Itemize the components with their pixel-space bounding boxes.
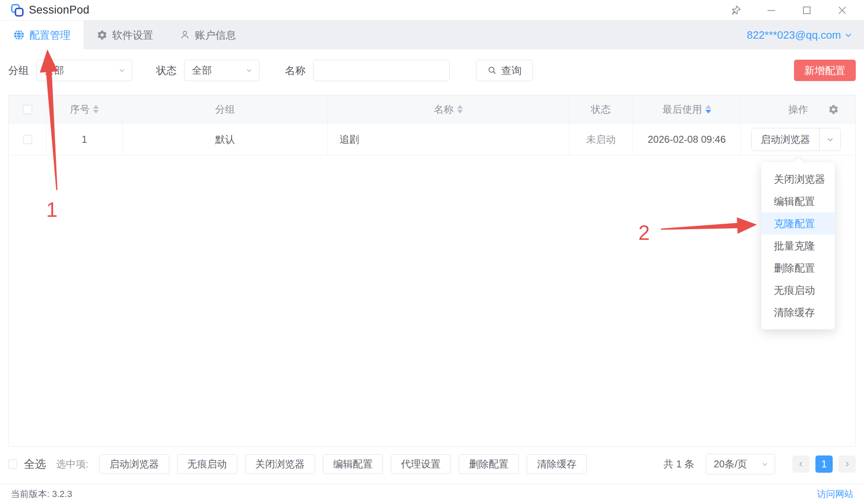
person-icon: [180, 30, 190, 40]
maximize-icon[interactable]: [801, 4, 813, 16]
tab-bar: 配置管理 软件设置 账户信息 822***023@qq.com: [0, 21, 864, 49]
total-count-label: 共 1 条: [663, 458, 694, 471]
title-bar: SessionPod: [0, 0, 864, 21]
tab-account-info[interactable]: 账户信息: [166, 21, 249, 49]
close-icon[interactable]: [836, 4, 848, 16]
column-header-index[interactable]: 序号: [47, 95, 123, 123]
app-title: SessionPod: [29, 4, 89, 16]
menu-item-batch-clone[interactable]: 批量克隆: [761, 235, 835, 257]
main-content: 分组 全部 状态 全部 名称 查询 新增配置 序号: [0, 50, 864, 484]
row-action-menu: 关闭浏览器 编辑配置 克隆配置 批量克隆 删除配置 无痕启动 清除缓存: [761, 162, 835, 330]
row-group: 默认: [123, 123, 328, 155]
row-action-dropdown-toggle[interactable]: [819, 128, 841, 151]
status-bar: 当前版本: 3.2.3 访问网站: [0, 484, 864, 504]
group-filter-value: 全部: [44, 64, 64, 77]
bulk-proxy-settings-button[interactable]: 代理设置: [391, 454, 451, 474]
search-icon: [487, 65, 497, 75]
minimize-icon[interactable]: [765, 4, 778, 16]
sort-icon-active-desc: [705, 105, 711, 114]
chevron-down-icon: [761, 460, 769, 468]
select-all-checkbox[interactable]: [8, 460, 17, 469]
launch-browser-button[interactable]: 启动浏览器: [752, 128, 819, 151]
name-filter-input[interactable]: [313, 60, 450, 81]
next-page-button[interactable]: [838, 455, 856, 473]
add-config-label: 新增配置: [804, 64, 845, 77]
status-filter-value: 全部: [192, 64, 212, 77]
bulk-edit-config-button[interactable]: 编辑配置: [323, 454, 383, 474]
column-header-status: 状态: [569, 95, 633, 123]
table-row: 1 默认 追剧 未启动 2026-02-08 09:46 启动浏览器: [9, 123, 855, 156]
filter-row: 分组 全部 状态 全部 名称 查询 新增配置: [8, 60, 856, 81]
row-name: 追剧: [328, 123, 569, 155]
column-header-last-used[interactable]: 最后使用: [633, 95, 741, 123]
chevron-down-icon: [843, 30, 853, 40]
globe-icon: [13, 29, 25, 41]
menu-item-clone-config[interactable]: 克隆配置: [761, 212, 835, 235]
name-filter-label: 名称: [285, 64, 306, 77]
row-last-used: 2026-02-08 09:46: [633, 123, 741, 155]
menu-item-edit-config[interactable]: 编辑配置: [761, 190, 835, 212]
tab-label: 账户信息: [195, 28, 236, 42]
add-config-button[interactable]: 新增配置: [794, 60, 856, 81]
pagination: 共 1 条 20条/页 1: [663, 454, 856, 474]
group-filter-select[interactable]: 全部: [36, 60, 132, 81]
page-size-value: 20条/页: [714, 458, 747, 471]
sort-icon: [93, 105, 99, 114]
bulk-delete-config-button[interactable]: 删除配置: [459, 454, 519, 474]
page-size-select[interactable]: 20条/页: [706, 454, 775, 474]
chevron-down-icon: [826, 135, 835, 144]
column-header-name[interactable]: 名称: [328, 95, 569, 123]
tab-config-management[interactable]: 配置管理: [0, 21, 84, 49]
row-status: 未启动: [569, 123, 633, 155]
bulk-incognito-launch-button[interactable]: 无痕启动: [177, 454, 237, 474]
config-table: 序号 分组 名称 状态 最后使用 操作: [8, 95, 856, 447]
account-menu[interactable]: 822***023@qq.com: [747, 21, 864, 49]
search-button-label: 查询: [501, 64, 522, 77]
visit-website-link[interactable]: 访问网站: [817, 488, 853, 500]
tab-label: 软件设置: [112, 28, 153, 42]
table-empty-area: [9, 156, 855, 446]
gear-icon: [97, 30, 107, 40]
menu-item-incognito-launch[interactable]: 无痕启动: [761, 279, 835, 301]
select-all-label: 全选: [24, 457, 46, 471]
column-settings-gear-icon[interactable]: [828, 104, 839, 115]
column-header-actions: 操作: [741, 95, 855, 123]
search-button[interactable]: 查询: [476, 60, 533, 81]
chevron-right-icon: [843, 460, 851, 468]
status-filter-label: 状态: [156, 64, 177, 77]
version-label: 当前版本: 3.2.3: [11, 488, 72, 500]
account-email: 822***023@qq.com: [747, 29, 841, 42]
menu-item-close-browser[interactable]: 关闭浏览器: [761, 168, 835, 190]
tab-software-settings[interactable]: 软件设置: [84, 21, 166, 49]
app-logo-icon: [10, 3, 25, 18]
pin-icon[interactable]: [730, 4, 742, 16]
header-checkbox[interactable]: [23, 105, 32, 114]
prev-page-button[interactable]: [792, 455, 810, 473]
bulk-launch-browser-button[interactable]: 启动浏览器: [99, 454, 169, 474]
column-header-group: 分组: [123, 95, 328, 123]
row-action-split-button: 启动浏览器: [751, 128, 841, 151]
chevron-left-icon: [797, 460, 805, 468]
current-page-button[interactable]: 1: [815, 455, 833, 473]
menu-item-delete-config[interactable]: 删除配置: [761, 257, 835, 279]
bulk-clear-cache-button[interactable]: 清除缓存: [527, 454, 587, 474]
chevron-down-icon: [245, 66, 253, 74]
row-checkbox[interactable]: [23, 135, 32, 144]
bottom-toolbar: 全选 选中项: 启动浏览器 无痕启动 关闭浏览器 编辑配置 代理设置 删除配置 …: [8, 453, 856, 476]
selected-items-label: 选中项:: [56, 458, 89, 471]
menu-item-clear-cache[interactable]: 清除缓存: [761, 301, 835, 323]
row-index: 1: [47, 123, 123, 155]
sort-icon: [457, 105, 463, 114]
bulk-close-browser-button[interactable]: 关闭浏览器: [245, 454, 315, 474]
tab-label: 配置管理: [29, 28, 70, 42]
group-filter-label: 分组: [8, 64, 29, 77]
chevron-down-icon: [118, 66, 126, 74]
status-filter-select[interactable]: 全部: [184, 60, 259, 81]
table-header-row: 序号 分组 名称 状态 最后使用 操作: [9, 95, 855, 123]
